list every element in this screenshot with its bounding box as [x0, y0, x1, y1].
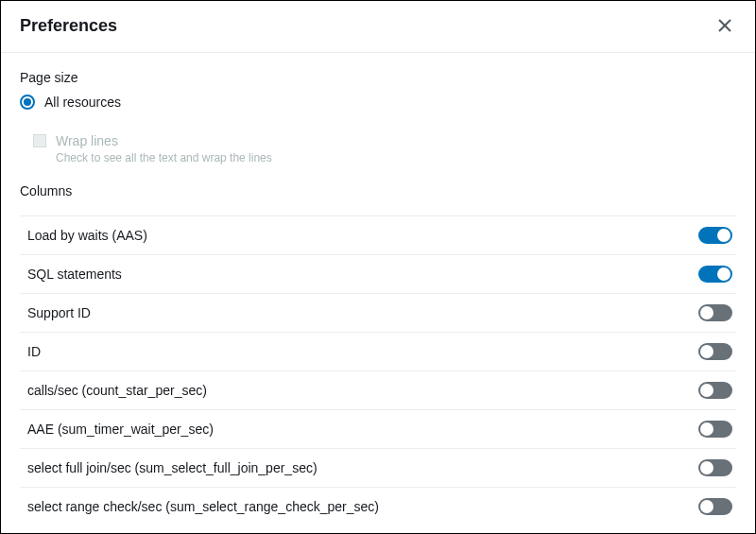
column-toggle[interactable]	[698, 227, 732, 244]
page-size-radio-all-resources[interactable]: All resources	[20, 95, 736, 110]
column-row: calls/sec (count_star_per_sec)	[20, 371, 736, 410]
column-row: select range check/sec (sum_select_range…	[20, 488, 736, 525]
wrap-lines-label: Wrap lines	[56, 132, 272, 149]
column-toggle[interactable]	[698, 304, 732, 321]
toggle-knob-icon	[700, 345, 713, 358]
wrap-lines-description: Check to see all the text and wrap the l…	[56, 151, 272, 164]
column-label: AAE (sum_timer_wait_per_sec)	[27, 422, 214, 437]
radio-icon	[20, 95, 35, 110]
wrap-lines-checkbox: Wrap lines Check to see all the text and…	[33, 132, 736, 164]
column-label: select full join/sec (sum_select_full_jo…	[27, 460, 318, 475]
column-toggle[interactable]	[698, 343, 732, 360]
column-toggle[interactable]	[698, 498, 732, 515]
modal-header: Preferences	[1, 1, 755, 53]
wrap-lines-text: Wrap lines Check to see all the text and…	[56, 132, 272, 164]
page-size-label: Page size	[20, 70, 736, 85]
toggle-knob-icon	[700, 422, 713, 436]
toggle-knob-icon	[717, 229, 730, 242]
column-toggle[interactable]	[698, 421, 732, 438]
column-label: Support ID	[27, 305, 91, 320]
toggle-knob-icon	[700, 306, 713, 319]
modal-title: Preferences	[20, 16, 117, 36]
column-row: select full join/sec (sum_select_full_jo…	[20, 449, 736, 488]
column-row: Load by waits (AAS)	[20, 216, 736, 255]
column-row: ID	[20, 333, 736, 371]
toggle-knob-icon	[700, 500, 713, 513]
column-row: AAE (sum_timer_wait_per_sec)	[20, 410, 736, 449]
column-toggle[interactable]	[698, 266, 732, 283]
column-row: Support ID	[20, 294, 736, 333]
close-icon	[717, 18, 732, 33]
toggle-knob-icon	[700, 461, 713, 474]
column-toggle[interactable]	[698, 382, 732, 399]
column-label: calls/sec (count_star_per_sec)	[27, 383, 207, 398]
column-label: Load by waits (AAS)	[27, 228, 147, 243]
column-toggle[interactable]	[698, 459, 732, 476]
column-label: select range check/sec (sum_select_range…	[27, 499, 379, 514]
preferences-modal: Preferences Page size All resources Wrap…	[0, 0, 756, 534]
checkbox-icon	[33, 134, 46, 147]
column-label: SQL statements	[27, 267, 122, 282]
toggle-knob-icon	[717, 267, 730, 281]
modal-body: Page size All resources Wrap lines Check…	[1, 53, 755, 533]
column-label: ID	[27, 344, 41, 359]
column-row: SQL statements	[20, 255, 736, 294]
toggle-knob-icon	[700, 384, 713, 397]
radio-label: All resources	[44, 95, 121, 110]
columns-list: Load by waits (AAS)SQL statementsSupport…	[20, 215, 736, 525]
columns-section-label: Columns	[20, 183, 736, 198]
close-button[interactable]	[713, 14, 736, 37]
